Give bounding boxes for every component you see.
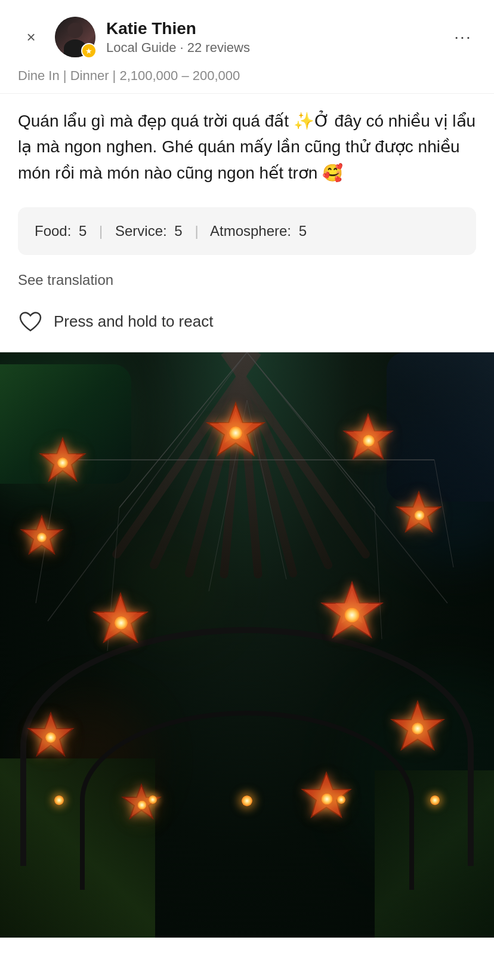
avatar: ★ bbox=[55, 17, 95, 57]
star-lantern bbox=[340, 412, 397, 469]
review-header: × ★ Katie Thien Local Guide · 22 reviews… bbox=[0, 0, 494, 68]
see-translation-link[interactable]: See translation bbox=[18, 272, 113, 288]
meta-bar: Dine In | Dinner | 2,100,000 – 200,000 bbox=[0, 68, 494, 94]
review-body: Quán lẩu gì mà đẹp quá trời quá đất ✨Ở đ… bbox=[0, 94, 494, 195]
review-text: Quán lẩu gì mà đẹp quá trời quá đất ✨Ở đ… bbox=[18, 108, 476, 186]
review-card: × ★ Katie Thien Local Guide · 22 reviews… bbox=[0, 0, 494, 938]
see-translation-section: See translation bbox=[0, 267, 494, 300]
more-options-button[interactable]: ··· bbox=[450, 24, 476, 50]
ratings-box: Food: 5 | Service: 5 | Atmosphere: 5 bbox=[18, 207, 476, 255]
star-lantern bbox=[316, 579, 388, 651]
star-lantern bbox=[203, 400, 268, 466]
heart-icon[interactable] bbox=[18, 309, 43, 334]
star-lantern bbox=[18, 514, 66, 561]
react-label: Press and hold to react bbox=[54, 312, 213, 331]
star-lantern bbox=[24, 711, 78, 764]
badge-star-icon: ★ bbox=[85, 47, 92, 55]
service-label: Service: bbox=[115, 223, 167, 239]
photo-scene bbox=[0, 352, 494, 938]
user-info: Katie Thien Local Guide · 22 reviews bbox=[106, 19, 439, 56]
user-name: Katie Thien bbox=[106, 19, 439, 39]
more-dots-icon: ··· bbox=[454, 27, 471, 47]
divider-2: | bbox=[194, 220, 198, 242]
ratings-text: Food: 5 | Service: 5 | Atmosphere: 5 bbox=[35, 223, 307, 239]
photo-section bbox=[0, 352, 494, 938]
react-section: Press and hold to react bbox=[0, 300, 494, 352]
user-subtitle: Local Guide · 22 reviews bbox=[106, 40, 439, 56]
local-guide-badge: ★ bbox=[81, 43, 97, 59]
atmosphere-value: 5 bbox=[299, 223, 307, 239]
food-label: Food: bbox=[35, 223, 71, 239]
string-lights bbox=[0, 795, 494, 806]
service-value: 5 bbox=[174, 223, 182, 239]
divider-1: | bbox=[99, 220, 103, 242]
food-value: 5 bbox=[79, 223, 87, 239]
atmosphere-label: Atmosphere: bbox=[210, 223, 291, 239]
star-lantern bbox=[394, 490, 444, 540]
close-button[interactable]: × bbox=[18, 24, 44, 50]
star-lantern bbox=[36, 436, 89, 490]
star-lantern bbox=[388, 699, 447, 758]
star-lantern bbox=[89, 591, 152, 654]
